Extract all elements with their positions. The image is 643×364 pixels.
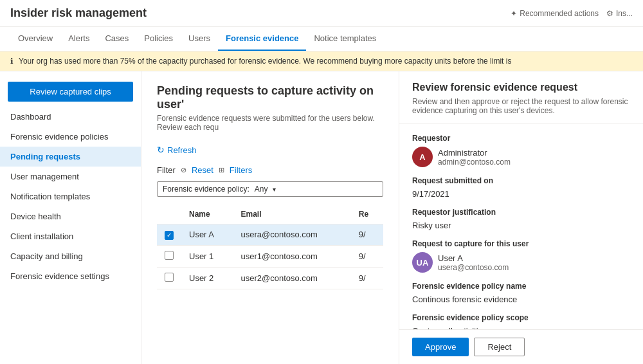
tab-notice-templates[interactable]: Notice templates [306,27,384,51]
tab-alerts[interactable]: Alerts [60,27,97,51]
capture-user-info: UA User A usera@contoso.com [412,252,630,273]
warning-text: Your org has used more than 75% of the c… [19,57,511,66]
policy-filter-area: Forensic evidence policy: Any ▾ [157,181,383,197]
user-email-usera: usera@contoso.com [233,224,351,246]
sidebar-item-dashboard[interactable]: Dashboard [0,107,141,127]
reject-button[interactable]: Reject [474,338,525,356]
justification-value: Risky user [412,221,630,230]
submitted-on-value: 9/17/2021 [412,189,630,199]
toolbar: ↻ Refresh [157,142,383,158]
requestor-label: Requestor [412,134,630,143]
filter-label: Filter [157,165,176,175]
requestor-name: Administrator [438,148,511,158]
dropdown-value: Any [255,185,268,194]
reset-button[interactable]: Reset [192,165,213,175]
row-checkbox-user1[interactable] [165,251,174,260]
tab-users[interactable]: Users [181,27,218,51]
policy-dropdown[interactable]: Forensic evidence policy: Any ▾ [157,181,383,197]
capture-user-label: Request to capture for this user [412,239,630,248]
header: Insider risk management ✦ Recommended ac… [0,0,643,27]
policy-scope-label: Forensic evidence policy scope [412,313,630,322]
filters-button[interactable]: Filters [230,165,252,175]
capture-user-name: User A [438,253,509,263]
right-panel-title: Review forensic evidence request [412,82,630,93]
chevron-down-icon: ▾ [273,186,276,193]
sidebar-item-client-installation[interactable]: Client installation [0,226,141,246]
capture-user-email: usera@contoso.com [438,263,509,272]
submitted-on-label: Request submitted on [412,176,630,185]
content-area: Pending requests to capture activity on … [141,71,399,364]
tab-cases[interactable]: Cases [97,27,136,51]
avatar: UA [412,252,433,273]
right-panel: Review forensic evidence request Review … [399,71,643,364]
approve-button[interactable]: Approve [412,338,469,356]
policy-name-label: Forensic evidence policy name [412,282,630,291]
main-layout: Review captured clips Dashboard Forensic… [0,71,643,364]
table-row[interactable]: User 1 user1@contoso.com 9/ [157,245,383,267]
review-captured-clips-button[interactable]: Review captured clips [8,82,133,102]
filter-reset-icon: ⊘ [181,166,186,174]
right-panel-body: Requestor A Administrator admin@contoso.… [399,123,643,329]
user-name-user1: User 1 [181,245,233,267]
user-date-user1: 9/ [351,245,383,267]
users-table: Name Email Re ✓ User A usera@contoso.com… [157,205,383,289]
right-panel-footer: Approve Reject [399,329,643,364]
col-date: Re [351,205,383,224]
user-date-usera: 9/ [351,224,383,246]
right-panel-desc: Review and then approve or reject the re… [412,97,630,115]
filter-area: Filter ⊘ Reset ⊞ Filters [157,165,383,175]
main-content: Pending requests to capture activity on … [141,71,399,364]
tab-policies[interactable]: Policies [136,27,181,51]
sidebar-item-user-management[interactable]: User management [0,167,141,187]
avatar: A [412,147,433,167]
settings-icon: ⚙ [606,9,613,18]
justification-label: Requestor justification [412,208,630,217]
nav-tabs: Overview Alerts Cases Policies Users For… [0,27,643,51]
star-icon: ✦ [511,9,517,18]
col-checkbox [157,205,181,224]
requestor-info: A Administrator admin@contoso.com [412,147,630,167]
user-name-usera: User A [181,224,233,246]
user-email-user1: user1@contoso.com [233,245,351,267]
sidebar-item-forensic-evidence-settings[interactable]: Forensic evidence settings [0,266,141,286]
table-row[interactable]: User 2 user2@contoso.com 9/ [157,267,383,289]
col-name: Name [181,205,233,224]
page-title: Pending requests to capture activity on … [157,84,383,111]
tab-forensic-evidence[interactable]: Forensic evidence [218,27,306,51]
refresh-icon: ↻ [157,145,165,155]
app-title: Insider risk management [10,6,511,20]
user-date-user2: 9/ [351,267,383,289]
tab-overview[interactable]: Overview [10,27,60,51]
sidebar-item-notification-templates[interactable]: Notification templates [0,187,141,206]
recommended-actions-btn[interactable]: ✦ Recommended actions [511,9,599,18]
settings-btn[interactable]: ⚙ Ins... [606,9,633,18]
sidebar-item-device-health[interactable]: Device health [0,206,141,226]
row-checkbox-user2[interactable] [165,273,174,282]
dropdown-label: Forensic evidence policy: [163,185,249,194]
requestor-email: admin@contoso.com [438,158,511,167]
right-panel-header: Review forensic evidence request Review … [399,71,643,123]
sidebar-item-capacity-billing[interactable]: Capacity and billing [0,246,141,266]
sidebar: Review captured clips Dashboard Forensic… [0,71,141,364]
user-email-user2: user2@contoso.com [233,267,351,289]
header-actions: ✦ Recommended actions ⚙ Ins... [511,9,633,18]
col-email: Email [233,205,351,224]
page-desc: Forensic evidence requests were submitte… [157,114,383,132]
user-name-user2: User 2 [181,267,233,289]
policy-name-value: Continous forensic evidence [412,295,630,304]
sidebar-item-forensic-evidence-policies[interactable]: Forensic evidence policies [0,127,141,147]
table-row[interactable]: ✓ User A usera@contoso.com 9/ [157,224,383,246]
refresh-button[interactable]: ↻ Refresh [157,142,197,158]
row-checkbox-usera[interactable]: ✓ [165,231,174,240]
sidebar-item-pending-requests[interactable]: Pending requests [0,147,141,167]
filter-filters-icon: ⊞ [219,166,224,174]
warning-icon: ℹ [10,57,14,66]
warning-banner: ℹ Your org has used more than 75% of the… [0,51,643,71]
